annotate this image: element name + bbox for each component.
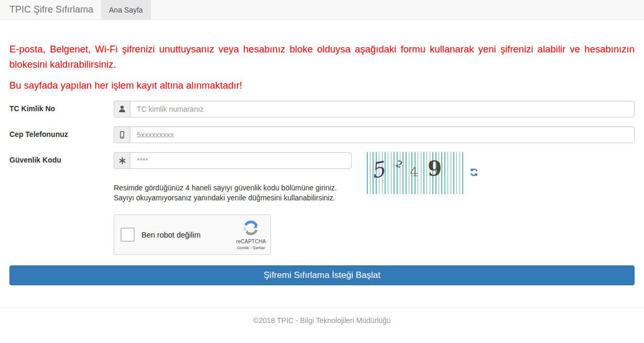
security-code-column: Resimde gördüğünüz 4 haneli sayıyı güven… <box>114 152 352 202</box>
captcha-digit-3: 4 <box>410 165 418 178</box>
user-icon <box>114 101 130 117</box>
submit-reset-button[interactable]: Şifremi Sıfırlama İsteği Başlat <box>9 265 635 285</box>
form-row-recaptcha: Ben robot değilim reCAPTCHA Gizlilik - Ş… <box>9 215 635 255</box>
captcha-help-line2: Sayıyı okuyamıyorsanız yanındaki yenile … <box>114 193 352 202</box>
asterisk-icon <box>114 152 130 169</box>
captcha-refresh-button[interactable] <box>470 168 478 177</box>
phone-input-group <box>114 126 635 143</box>
captcha-digit-2: 2 <box>395 159 404 170</box>
recaptcha-logo-icon <box>243 219 259 236</box>
recaptcha-privacy-terms-links[interactable]: Gizlilik - Şartlar <box>235 245 267 250</box>
navbar: TPIC Şifre Sıfırlama Ana Sayfa <box>0 0 644 20</box>
security-code-input[interactable] <box>130 152 352 169</box>
captcha-help-line1: Resimde gördüğünüz 4 haneli sayıyı güven… <box>114 183 352 192</box>
intro-warning: Bu sayfada yapılan her işlem kayıt altın… <box>9 80 635 91</box>
security-code-input-group <box>114 152 352 169</box>
recaptcha-spacer <box>9 215 114 218</box>
password-reset-form: TC Kimlik No Cep Telefonunuz Güvenlik Ko… <box>9 101 635 285</box>
nav-tab-home[interactable]: Ana Sayfa <box>101 0 151 19</box>
navbar-brand[interactable]: TPIC Şifre Sıfırlama <box>0 0 101 19</box>
tc-kimlik-label: TC Kimlik No <box>9 101 114 113</box>
phone-input[interactable] <box>130 126 635 143</box>
tc-kimlik-input-group <box>114 101 635 117</box>
captcha-digit-4: 9 <box>428 158 442 179</box>
recaptcha-checkbox[interactable] <box>121 228 135 242</box>
form-row-tc-kimlik: TC Kimlik No <box>9 101 635 117</box>
phone-label: Cep Telefonunuz <box>9 126 114 138</box>
page-footer: ©2018 TPIC - Bilgi Teknolojileri Müdürlü… <box>0 307 644 340</box>
intro-paragraph: E-posta, Belgenet, Wi-Fi şifrenizi unutt… <box>9 42 635 72</box>
recaptcha-label: Ben robot değilim <box>141 231 235 239</box>
recaptcha-brand-text: reCAPTCHA <box>235 239 267 244</box>
recaptcha-brand-block: reCAPTCHA Gizlilik - Şartlar <box>235 219 267 250</box>
captcha-digit-1: 5 <box>369 158 386 181</box>
recaptcha-widget: Ben robot değilim reCAPTCHA Gizlilik - Ş… <box>114 215 271 255</box>
captcha-help-text: Resimde gördüğünüz 4 haneli sayıyı güven… <box>114 183 352 202</box>
form-row-security-code: Güvenlik Kodu Resimde gördüğünüz 4 hanel… <box>9 152 635 202</box>
tc-kimlik-input[interactable] <box>130 101 635 117</box>
form-row-phone: Cep Telefonunuz <box>9 126 635 143</box>
security-code-label: Güvenlik Kodu <box>9 152 114 164</box>
captcha-image: 5 2 4 9 <box>367 152 465 194</box>
phone-icon <box>114 126 130 143</box>
footer-copyright-text: ©2018 TPIC - Bilgi Teknolojileri Müdürlü… <box>0 316 644 325</box>
main-content: E-posta, Belgenet, Wi-Fi şifrenizi unutt… <box>0 42 644 285</box>
refresh-icon <box>470 168 478 177</box>
form-row-submit: Şifremi Sıfırlama İsteği Başlat <box>9 265 635 285</box>
